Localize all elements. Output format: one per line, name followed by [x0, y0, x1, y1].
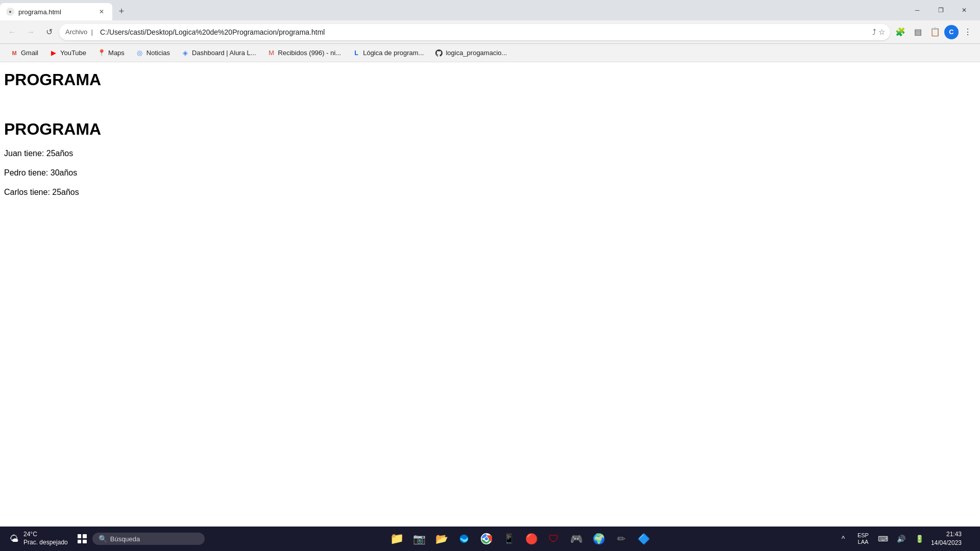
pedro-text: Pedro tiene: 30años: [4, 168, 77, 177]
lang-primary: ESP: [857, 532, 869, 539]
forward-button[interactable]: →: [22, 24, 39, 40]
taskbar-app-red2[interactable]: 🛡: [544, 529, 564, 549]
bookmark-youtube[interactable]: ▶ YouTube: [44, 47, 91, 59]
clock-date: 14/04/2023: [931, 539, 962, 547]
weather-icon: 🌤: [8, 533, 20, 545]
taskbar-app-folders[interactable]: 📂: [431, 529, 452, 549]
search-icon: 🔍: [99, 535, 107, 543]
maps-label: Maps: [108, 49, 125, 57]
dashboard-favicon: ◈: [181, 49, 189, 57]
bookmark-dashboard[interactable]: ◈ Dashboard | Alura L...: [176, 47, 261, 59]
carlos-text: Carlos tiene: 25años: [4, 188, 79, 196]
volume-icon[interactable]: 🔊: [894, 532, 909, 546]
noticias-label: Noticias: [146, 49, 170, 57]
taskbar-apps: 📁 📷 📂 📱 🔴 🛡 🎮 🌍 ✏ 🔷: [205, 529, 836, 549]
svg-point-2: [485, 537, 488, 540]
weather-text: 24°C Prac. despejado: [23, 531, 68, 546]
youtube-favicon: ▶: [50, 49, 58, 57]
reading-list-icon[interactable]: 📋: [927, 24, 943, 40]
recibidos-favicon: M: [267, 49, 276, 57]
page-title-top: PROGRAMA: [4, 70, 976, 89]
taskbar-app-pencil[interactable]: ✏: [611, 529, 631, 549]
system-clock[interactable]: 21:43 14/04/2023: [931, 530, 962, 547]
taskbar-app-edge[interactable]: [454, 529, 474, 549]
person-line-carlos: Carlos tiene: 25años: [4, 188, 976, 197]
page-content: PROGRAMA PROGRAMA Juan tiene: 25años Ped…: [0, 62, 980, 527]
keyboard-icon[interactable]: ⌨: [876, 532, 890, 546]
back-button[interactable]: ←: [4, 24, 20, 40]
gmail-favicon: M: [10, 49, 18, 57]
logica-favicon: L: [352, 49, 360, 57]
share-icon[interactable]: ⤴: [872, 28, 876, 36]
new-tab-button[interactable]: +: [114, 4, 129, 18]
github-label: logica_progamacio...: [446, 49, 507, 57]
bookmark-noticias[interactable]: ◎ Noticias: [131, 47, 175, 59]
search-label: Búsqueda: [110, 535, 140, 543]
start-button[interactable]: [72, 529, 92, 549]
person-line-pedro: Pedro tiene: 30años: [4, 168, 976, 178]
notification-dot: [967, 537, 971, 541]
tab-favicon: ●: [6, 8, 14, 16]
notification-button[interactable]: [966, 529, 972, 549]
github-favicon: [435, 49, 443, 57]
address-bar-row: ← → ↺ Archivo | ⤴ ☆ 🧩 ▤ 📋 C ⋮: [0, 20, 980, 44]
taskbar-app-special[interactable]: 🔷: [633, 529, 654, 549]
youtube-label: YouTube: [60, 49, 86, 57]
bookmark-maps[interactable]: 📍 Maps: [92, 47, 130, 59]
close-button[interactable]: ✕: [952, 2, 976, 18]
address-right-icons: ⤴ ☆: [872, 28, 885, 37]
dashboard-label: Dashboard | Alura L...: [192, 49, 256, 57]
bookmark-recibidos[interactable]: M Recibidos (996) - ni...: [262, 47, 347, 59]
bookmark-gmail[interactable]: M Gmail: [5, 47, 43, 59]
language-indicator[interactable]: ESP LAA: [854, 532, 872, 545]
taskbar-right: ^ ESP LAA ⌨ 🔊 🔋 21:43 14/04/2023: [836, 529, 976, 549]
extensions-icon[interactable]: 🧩: [892, 24, 909, 40]
taskbar-app-red1[interactable]: 🔴: [521, 529, 542, 549]
minimize-button[interactable]: ─: [905, 2, 929, 18]
bookmarks-bar: M Gmail ▶ YouTube 📍 Maps ◎ Noticias ◈ Da…: [0, 44, 980, 62]
page-heading: PROGRAMA: [4, 120, 976, 139]
juan-text: Juan tiene: 25años: [4, 149, 73, 158]
taskbar-search[interactable]: 🔍 Búsqueda: [92, 533, 205, 545]
taskbar-app-phone-link[interactable]: 📱: [499, 529, 519, 549]
clock-time: 21:43: [931, 530, 962, 539]
taskbar: 🌤 24°C Prac. despejado 🔍 Búsqueda 📁 📷: [0, 527, 980, 551]
weather-widget[interactable]: 🌤 24°C Prac. despejado: [4, 531, 72, 546]
noticias-favicon: ◎: [136, 49, 144, 57]
tab-close-button[interactable]: ✕: [97, 7, 106, 16]
bookmark-github[interactable]: logica_progamacio...: [430, 47, 512, 59]
address-input[interactable]: [59, 24, 890, 40]
reload-button[interactable]: ↺: [41, 24, 57, 40]
gmail-label: Gmail: [21, 49, 38, 57]
menu-button[interactable]: ⋮: [960, 24, 976, 40]
lang-badge: ESP LAA: [857, 532, 869, 545]
weather-condition: Prac. despejado: [23, 539, 68, 547]
bookmark-icon[interactable]: ☆: [878, 28, 885, 37]
toolbar-right: 🧩 ▤ 📋 C ⋮: [892, 24, 976, 40]
taskbar-app-camera[interactable]: 📷: [409, 529, 429, 549]
sidebar-icon[interactable]: ▤: [910, 24, 926, 40]
tray-chevron[interactable]: ^: [836, 532, 850, 546]
maps-favicon: 📍: [97, 49, 106, 57]
lang-secondary: LAA: [858, 539, 869, 545]
battery-icon[interactable]: 🔋: [913, 532, 927, 546]
tab-title: programa.html: [18, 8, 93, 16]
recibidos-label: Recibidos (996) - ni...: [278, 49, 341, 57]
active-tab[interactable]: ● programa.html ✕: [0, 3, 112, 20]
start-icon: [78, 534, 87, 543]
window-controls: ─ ❐ ✕: [905, 2, 980, 20]
taskbar-app-file-explorer[interactable]: 📁: [386, 529, 407, 549]
tab-bar: ● programa.html ✕ + ─ ❐ ✕: [0, 0, 980, 20]
weather-temp: 24°C: [23, 531, 68, 539]
taskbar-app-chrome[interactable]: [476, 529, 497, 549]
person-line-juan: Juan tiene: 25años: [4, 149, 976, 158]
taskbar-app-game[interactable]: 🎮: [566, 529, 586, 549]
bookmark-logica[interactable]: L Lógica de program...: [347, 47, 429, 59]
taskbar-app-browser2[interactable]: 🌍: [589, 529, 609, 549]
maximize-button[interactable]: ❐: [929, 2, 952, 18]
browser-window: ● programa.html ✕ + ─ ❐ ✕ ← → ↺ Archivo …: [0, 0, 980, 551]
address-bar-container: Archivo | ⤴ ☆: [59, 24, 890, 40]
profile-button[interactable]: C: [944, 25, 959, 39]
logica-label: Lógica de program...: [363, 49, 424, 57]
